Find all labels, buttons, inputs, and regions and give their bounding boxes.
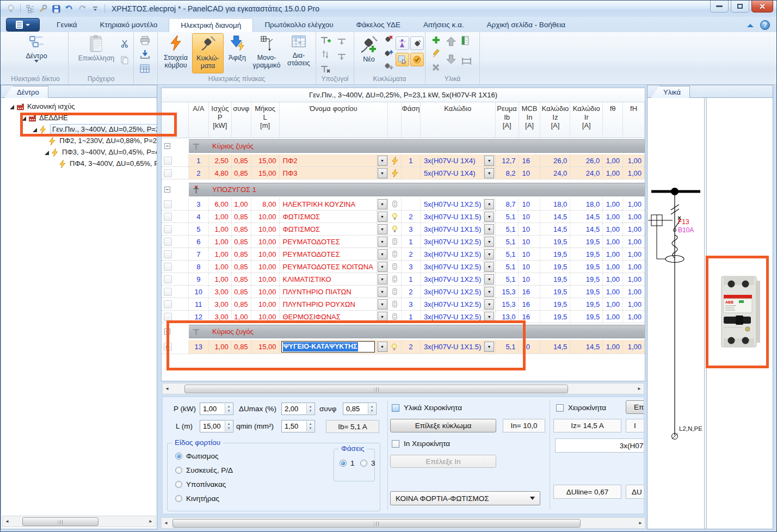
select-material-button[interactable]: Επ bbox=[626, 400, 644, 414]
tab-6[interactable]: Αιτήσεις κ.α. bbox=[412, 18, 476, 32]
dropdown-button[interactable]: ▼ bbox=[378, 262, 387, 272]
select-in-button[interactable]: Επέλεξε In bbox=[390, 455, 496, 468]
phases-radio[interactable]: 3 bbox=[360, 459, 375, 467]
wizard-toggle-button[interactable] bbox=[396, 36, 409, 50]
dropdown-button[interactable]: ▼ bbox=[378, 212, 387, 222]
radio-icon[interactable] bbox=[175, 495, 182, 502]
cell-length[interactable]: 10,00 bbox=[251, 248, 280, 260]
spinner-arrows[interactable]: ▲▼ bbox=[225, 404, 232, 414]
tab-materials[interactable]: Υλικά bbox=[651, 86, 690, 98]
dropdown-button[interactable]: ▼ bbox=[484, 224, 494, 234]
cell-cable[interactable]: 3x(H07V-U 1X2.5) bbox=[421, 236, 484, 248]
cell-cosf[interactable]: 0,85 bbox=[232, 236, 251, 248]
scroll-right-icon[interactable]: ► bbox=[635, 383, 644, 394]
dropdown-button[interactable]: ▼ bbox=[484, 156, 494, 166]
cell-cosf[interactable]: 0,85 bbox=[232, 286, 251, 298]
scrollbar-thumb[interactable] bbox=[184, 385, 568, 393]
cell-power[interactable]: 1,00 bbox=[209, 248, 232, 260]
dropdown-button[interactable]: ▼ bbox=[378, 224, 387, 234]
bottom-horizontal-scrollbar[interactable]: ◄ ► bbox=[161, 517, 645, 529]
expand-icon[interactable] bbox=[45, 138, 46, 144]
select-mode-toggle-button[interactable] bbox=[396, 53, 409, 66]
cell-cable[interactable]: 3x(H07V-U 1X4) bbox=[421, 154, 484, 166]
toolbar-more-icon[interactable] bbox=[90, 4, 100, 14]
cell-power[interactable]: 3,00 bbox=[209, 298, 232, 310]
spinner-arrows[interactable]: ▲▼ bbox=[225, 421, 232, 431]
cell-cable[interactable]: 3x(H07V-U 1X1.5) bbox=[421, 211, 484, 222]
cell-cable[interactable]: 3x(H07V-U 1X2.5) bbox=[421, 261, 484, 273]
cell-phase[interactable]: 2 bbox=[402, 286, 421, 298]
radio-icon[interactable] bbox=[360, 460, 367, 467]
column-header[interactable]: ΙσχύςP[kW] bbox=[209, 102, 232, 138]
cell-name-dropdown[interactable]: ▼ bbox=[377, 223, 388, 235]
column-header[interactable]: ΜήκοςL[m] bbox=[251, 102, 280, 138]
cell-cable[interactable]: 3x(H07V-U 1X2.5) bbox=[421, 298, 484, 310]
l-input[interactable]: 15,00▲▼ bbox=[200, 420, 233, 432]
cell-name-dropdown[interactable]: ▼ bbox=[377, 154, 388, 166]
cell-phase[interactable]: 2 bbox=[402, 211, 421, 222]
tree-horizontal-scrollbar[interactable]: ◄ ► bbox=[2, 516, 156, 527]
dropdown-button[interactable]: ▼ bbox=[484, 299, 494, 310]
cell-cable[interactable]: 5x(H07V-U 1X2.5) bbox=[421, 198, 484, 210]
undo-icon[interactable] bbox=[64, 4, 74, 14]
cell-cable-dropdown[interactable]: ▼ bbox=[484, 261, 496, 273]
cell-name-dropdown[interactable]: ▼ bbox=[377, 236, 388, 248]
save-icon[interactable] bbox=[51, 4, 61, 14]
cell-phase[interactable] bbox=[402, 167, 421, 179]
cell-length[interactable]: 15,00 bbox=[251, 167, 280, 179]
radio-icon[interactable] bbox=[175, 481, 182, 488]
expand-icon[interactable] bbox=[9, 104, 14, 109]
table-row[interactable]: 51,000,8510,00ΦΩΤΙΣΜΟΣ▼33x(H07V-U 1X1.5)… bbox=[162, 223, 645, 236]
cell-length[interactable]: 15,00 bbox=[251, 340, 280, 354]
expand-icon[interactable] bbox=[45, 150, 49, 155]
wrench-icon[interactable] bbox=[38, 4, 48, 14]
load-name-editbox[interactable]: ΨΥΓΕΙΟ-ΚΑΤΑΨΥΚΤΗΣ bbox=[281, 341, 375, 352]
tab-3[interactable]: Ηλεκτρική διανομή bbox=[169, 18, 253, 32]
cell-cable[interactable]: 5x(H07V-U 1X4) bbox=[421, 167, 484, 179]
edit-material-icon[interactable] bbox=[430, 47, 442, 59]
cell-length[interactable]: 8,00 bbox=[251, 198, 280, 210]
single-line-diagram[interactable]: F13 B10A L2,N,PE bbox=[648, 98, 704, 529]
collapse-ribbon-icon[interactable] bbox=[747, 21, 754, 27]
row-header[interactable] bbox=[164, 250, 172, 258]
row-header[interactable] bbox=[164, 200, 172, 208]
cell-power[interactable]: 4,80 bbox=[209, 167, 232, 179]
dumax-input[interactable]: 2,00▲▼ bbox=[281, 403, 315, 415]
ribbon-button-διαστσεις[interactable]: Δια-στάσεις bbox=[283, 33, 314, 73]
add-material-icon[interactable] bbox=[430, 34, 442, 46]
dropdown-button[interactable]: ▼ bbox=[378, 299, 387, 310]
column-header[interactable]: συνφ bbox=[232, 102, 251, 138]
column-header[interactable]: ΚαλώδιοIz[A] bbox=[540, 102, 570, 138]
column-header[interactable]: fH bbox=[623, 102, 645, 138]
column-header[interactable]: Φάση bbox=[402, 102, 421, 138]
cell-load-name[interactable]: ΚΛΙΜΑΤΙΣΤΙΚΟ bbox=[280, 273, 378, 285]
table-row[interactable]: 113,000,8510,00ΠΛΥΝΤΗΡΙΟ ΡΟΥΧΩΝ▼33x(H07V… bbox=[162, 298, 645, 311]
cell-name-dropdown[interactable]: ▼ bbox=[377, 248, 388, 260]
cell-power[interactable]: 1,00 bbox=[209, 340, 232, 354]
dropdown-button[interactable]: ▼ bbox=[484, 212, 494, 222]
din-rail-icon[interactable] bbox=[460, 55, 472, 67]
dropdown-button[interactable]: ▼ bbox=[378, 312, 387, 322]
group-row[interactable]: ΥΠΟΖΥΓΟΣ 1 bbox=[162, 183, 645, 196]
cell-name-dropdown[interactable]: ▼ bbox=[377, 286, 388, 298]
tab-1[interactable]: Γενικά bbox=[45, 18, 89, 32]
export-icon[interactable] bbox=[139, 48, 151, 60]
cell-name-dropdown[interactable]: ▼ bbox=[377, 340, 388, 354]
cell-load-name[interactable]: ΡΕΥΜΑΤΟΔΟΤΕΣ bbox=[280, 236, 378, 248]
cell-cable-dropdown[interactable]: ▼ bbox=[484, 223, 496, 235]
table-row[interactable]: 24,800,8515,00ΠΦ3▼5x(H07V-U 1X4)▼8,21024… bbox=[162, 167, 645, 180]
tree-item[interactable]: Κανονική ισχύς bbox=[1, 101, 157, 112]
checkbox-icon[interactable] bbox=[392, 440, 399, 448]
cell-length[interactable]: 10,00 bbox=[251, 223, 280, 235]
cell-load-name[interactable]: ΠΦ2 bbox=[280, 154, 378, 166]
cell-cosf[interactable]: 0,85 bbox=[232, 248, 251, 260]
tree-icon[interactable] bbox=[25, 4, 35, 14]
scroll-right-icon[interactable]: ► bbox=[636, 518, 645, 528]
dropdown-button[interactable]: ▼ bbox=[484, 312, 494, 322]
cell-cable[interactable]: 3x(H07V-U 1X1.5) bbox=[421, 340, 484, 354]
column-header[interactable]: ΚαλώδιοIr[A] bbox=[570, 102, 603, 138]
dropdown-button[interactable]: ▼ bbox=[484, 237, 494, 247]
circuit-down-icon[interactable] bbox=[383, 61, 394, 73]
cell-cable[interactable]: 3x(H07V-U 1X2.5) bbox=[421, 311, 484, 323]
material-down-icon[interactable] bbox=[445, 53, 457, 65]
